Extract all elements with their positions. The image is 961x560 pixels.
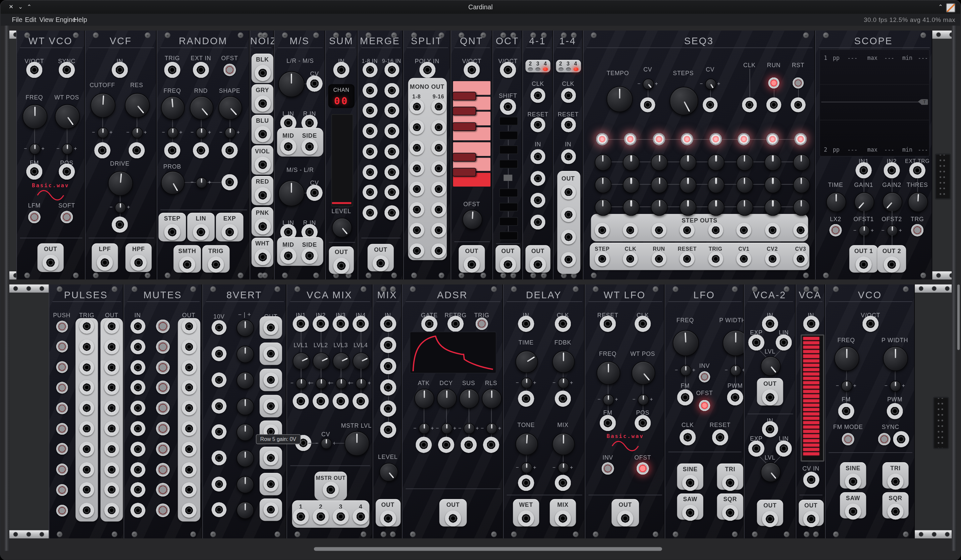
vco-p-width-knob[interactable]	[890, 380, 901, 392]
ms-encode-knob[interactable]	[278, 71, 305, 98]
lfo-sine-out-port[interactable]	[682, 475, 698, 491]
vca_mix-ch-out-4-port[interactable]	[353, 509, 369, 525]
vco-sync-input-port[interactable]	[893, 431, 910, 447]
seq3-cv1-step1-knob[interactable]	[595, 154, 611, 171]
mutes-mute-4-button[interactable]	[156, 381, 169, 395]
mix-input-6-port[interactable]	[380, 422, 396, 438]
oct-shift-cell-5[interactable]	[499, 189, 518, 197]
merge-in-16-input-port[interactable]	[384, 205, 399, 220]
delay-fdbk-knob[interactable]	[558, 377, 569, 389]
menu-edit[interactable]: Edit	[25, 14, 36, 26]
adsr-dcy-cv-input-port[interactable]	[438, 436, 455, 453]
vca_mix-in2-input-port[interactable]	[313, 316, 329, 332]
vca_mix-ch-out-2-port[interactable]	[313, 509, 329, 525]
v8-out-6-port[interactable]	[264, 450, 278, 465]
merge-in-1-input-port[interactable]	[362, 63, 377, 77]
pulses-out-6-port[interactable]	[104, 421, 119, 436]
wt_lfo-reset-input-port[interactable]	[600, 316, 616, 332]
adsr-sus-cv-input-port[interactable]	[460, 436, 477, 453]
oct-shift-cell-2[interactable]	[499, 145, 518, 154]
plugin-icon[interactable]	[946, 3, 955, 12]
wt_vco-fm-input-port[interactable]	[26, 164, 43, 180]
wt_vco-wt-pos-knob[interactable]	[62, 143, 73, 155]
pulses-out-7-port[interactable]	[104, 441, 119, 457]
oct-shift-cell-6[interactable]	[499, 203, 518, 212]
v8-out-4-port[interactable]	[264, 398, 278, 413]
vca-cv-input-port[interactable]	[803, 472, 819, 488]
pulses-push-8-button[interactable]	[56, 464, 68, 475]
mutes-out-3-port[interactable]	[181, 360, 196, 375]
vca_mix-lvl2-knob[interactable]	[316, 378, 327, 389]
vco-p-width-knob[interactable]	[883, 346, 908, 371]
vco-sqr-out-port[interactable]	[887, 504, 904, 520]
delay-mix-knob[interactable]	[552, 433, 575, 456]
seq3-cv2-step4-knob[interactable]	[680, 176, 697, 193]
random-freq-knob[interactable]	[167, 127, 178, 139]
v8-gain-6-knob[interactable]	[236, 449, 254, 467]
module-seq3[interactable]: SEQ3TEMPOCVSTEPSCVCLKRUNRST−+−+STEP OUTS…	[583, 30, 815, 280]
oct-shift-cell-3[interactable]	[499, 160, 518, 168]
split-out-16-port[interactable]	[431, 244, 446, 258]
adsr-rls-knob[interactable]	[486, 423, 497, 434]
oct-shift-cell-1[interactable]	[499, 131, 518, 140]
split-out-14-port[interactable]	[431, 202, 446, 217]
pulses-trig-out-7-port[interactable]	[79, 441, 94, 457]
noiz-noise-6-port[interactable]	[254, 249, 270, 265]
module-vca_mix[interactable]: VCA MIXIN4LVL4−+IN3LVL3−+IN2LVL2−+IN1LVL…	[286, 284, 373, 538]
m14-output-4-port[interactable]	[561, 252, 576, 267]
oct-shift-input-port[interactable]	[500, 98, 516, 115]
mutes-mute-7-button[interactable]	[156, 442, 169, 456]
scope-trg-button[interactable]	[911, 224, 924, 236]
sum-poly-input-port[interactable]	[333, 62, 350, 78]
noiz-noise-2-port[interactable]	[254, 126, 270, 142]
pulses-out-5-port[interactable]	[104, 401, 119, 416]
collapse-icon[interactable]: ⌃	[938, 1, 943, 14]
m14-clk-input-port[interactable]	[561, 88, 576, 103]
vco-sine-out-port[interactable]	[845, 473, 861, 490]
vco-v-oct-input-port[interactable]	[863, 316, 879, 332]
vca_mix-in3-input-port[interactable]	[333, 316, 349, 332]
vco-fm-mode-button[interactable]	[842, 433, 855, 446]
module-scope[interactable]: SCOPE1pp---max---min---2pp---max---min--…	[815, 30, 932, 280]
vca2-lvl-b-knob[interactable]	[761, 462, 781, 482]
wt_vco-wt-pos-knob[interactable]	[55, 104, 80, 129]
delay-mix-cv-input-port[interactable]	[555, 475, 571, 491]
delay-clk-input-port[interactable]	[555, 316, 571, 332]
v8-gain-2-knob[interactable]	[236, 345, 254, 363]
vco-pwm-input-port[interactable]	[887, 403, 903, 419]
pulses-trig-out-3-port[interactable]	[79, 360, 94, 375]
merge-in-10-input-port[interactable]	[384, 83, 399, 98]
wt_vco-v-oct-input-port[interactable]	[26, 62, 43, 78]
mutes-out-5-port[interactable]	[181, 401, 196, 416]
seq3-bottom-1-port-port[interactable]	[595, 251, 610, 266]
pulses-push-6-button[interactable]	[56, 423, 68, 435]
wt_lfo-freq-knob[interactable]	[603, 395, 614, 406]
horizontal-scrollbar[interactable]	[314, 547, 662, 551]
delay-wet-out-port[interactable]	[518, 510, 534, 527]
module-random[interactable]: RANDOMTRIGEXT INOFSTFREQRNDSHAPE−+−+−+PR…	[157, 30, 250, 280]
seq3-bottom-7-port-port[interactable]	[765, 251, 780, 266]
sum-out-port[interactable]	[333, 258, 350, 274]
split-out-8-port[interactable]	[409, 244, 424, 258]
merge-in-7-input-port[interactable]	[362, 185, 377, 200]
delay-time-cv-input-port[interactable]	[518, 390, 534, 407]
vca_mix-lvl4-cv-input-port[interactable]	[353, 393, 369, 409]
vca-out-port[interactable]	[803, 511, 819, 527]
seq3-step-light[interactable]	[709, 133, 722, 146]
random-prob-cv-input-port[interactable]	[222, 174, 238, 190]
menu-view[interactable]: View	[39, 14, 53, 26]
lfo-inv-button[interactable]	[699, 371, 710, 382]
wt_vco-out-port[interactable]	[43, 254, 59, 271]
seq3-bottom-8-port-port[interactable]	[793, 251, 808, 266]
delay-time-knob[interactable]	[516, 350, 538, 373]
vco-fm-input-port[interactable]	[838, 403, 854, 419]
adsr-dcy-knob[interactable]	[441, 423, 452, 434]
delay-tone-knob[interactable]	[516, 433, 538, 456]
lfo-tri-out-port[interactable]	[722, 475, 738, 491]
seq3-step-out-1-port[interactable]	[595, 223, 610, 238]
random-ofst-button[interactable]	[223, 64, 236, 76]
scope-gain2-knob[interactable]	[882, 192, 902, 212]
lfo-clk-input-port[interactable]	[680, 429, 696, 446]
vcf-audio-input-port[interactable]	[112, 62, 128, 78]
module-wt_lfo[interactable]: WT LFORESETCLKFREQWT POS−+−+FMPOSBasic.w…	[585, 284, 665, 538]
